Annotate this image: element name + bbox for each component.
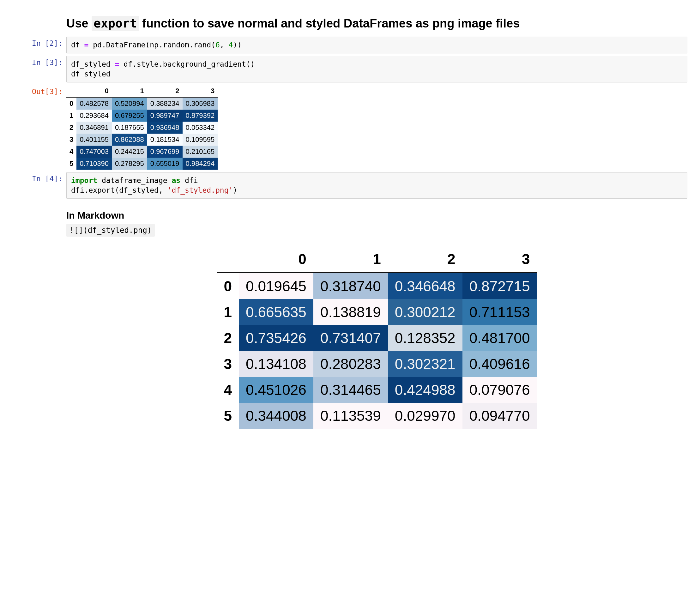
table-cell: 0.128352	[388, 325, 462, 351]
title-post: function to save normal and styled DataF…	[139, 17, 520, 30]
table-cell: 0.710390	[77, 158, 112, 169]
markdown-heading: In Markdown	[66, 210, 687, 221]
table-cell: 0.210165	[183, 146, 218, 158]
table-cell: 0.314465	[313, 377, 388, 403]
table-cell: 0.293684	[77, 110, 112, 121]
table-column-header: 1	[112, 85, 147, 97]
table-cell: 0.346648	[388, 273, 462, 299]
table-cell: 0.936948	[147, 121, 183, 134]
table-cell: 0.872715	[462, 273, 537, 299]
table-row-header: 4	[217, 377, 239, 403]
page-title: Use export function to save normal and s…	[66, 16, 687, 30]
table-row-header: 4	[66, 146, 77, 158]
table-cell: 0.424988	[388, 377, 462, 403]
output-cell-3: Out[3]: 012300.4825780.5208940.3882340.3…	[13, 85, 687, 169]
table-corner	[66, 85, 77, 97]
table-cell: 0.655019	[147, 158, 183, 169]
code-input-2[interactable]: df = pd.DataFrame(np.random.rand(6, 4))	[66, 37, 687, 53]
table-cell: 0.181534	[147, 134, 183, 146]
code-input-3[interactable]: df_styled = df.style.background_gradient…	[66, 56, 687, 83]
table-column-header: 1	[313, 246, 388, 273]
table-cell: 0.879392	[183, 110, 218, 121]
table-column-header: 2	[147, 85, 183, 97]
table-row: 20.3468910.1876550.9369480.053342	[66, 121, 218, 134]
table-cell: 0.482578	[77, 97, 112, 110]
table-corner	[217, 246, 239, 273]
table-cell: 0.113539	[313, 403, 388, 429]
markdown-code: ![](df_styled.png)	[66, 224, 155, 237]
table-row: 40.4510260.3144650.4249880.079076	[217, 377, 537, 403]
table-cell: 0.679255	[112, 110, 147, 121]
table-column-header: 3	[183, 85, 218, 97]
table-cell: 0.735426	[239, 325, 313, 351]
table-cell: 0.300212	[388, 299, 462, 325]
table-cell: 0.302321	[388, 351, 462, 377]
prompt-empty-2	[13, 201, 66, 204]
table-cell: 0.520894	[112, 97, 147, 110]
styled-dataframe-small: 012300.4825780.5208940.3882340.30598310.…	[66, 85, 218, 169]
table-cell: 0.029970	[388, 403, 462, 429]
code-cell-2: In [2]: df = pd.DataFrame(np.random.rand…	[13, 37, 687, 53]
table-cell: 0.451026	[239, 377, 313, 403]
table-cell: 0.862088	[112, 134, 147, 146]
table-row-header: 2	[66, 121, 77, 134]
table-cell: 0.079076	[462, 377, 537, 403]
table-row: 20.7354260.7314070.1283520.481700	[217, 325, 537, 351]
table-cell: 0.984294	[183, 158, 218, 169]
table-row-header: 3	[217, 351, 239, 377]
table-cell: 0.989747	[147, 110, 183, 121]
table-row: 00.4825780.5208940.3882340.305983	[66, 97, 218, 110]
code-cell-3: In [3]: df_styled = df.style.background_…	[13, 56, 687, 83]
prompt-in-3: In [3]:	[13, 56, 66, 67]
table-cell: 0.053342	[183, 121, 218, 134]
table-column-header: 0	[239, 246, 313, 273]
table-row: 40.7470030.2442150.9676990.210165	[66, 146, 218, 158]
table-cell: 0.109595	[183, 134, 218, 146]
table-cell: 0.278295	[112, 158, 147, 169]
table-row: 30.1341080.2802830.3023210.409616	[217, 351, 537, 377]
table-row-header: 5	[66, 158, 77, 169]
title-pre: Use	[66, 17, 92, 30]
table-cell: 0.388234	[147, 97, 183, 110]
table-cell: 0.094770	[462, 403, 537, 429]
table-row: 30.4011550.8620880.1815340.109595	[66, 134, 218, 146]
styled-dataframe-large: 012300.0196450.3187400.3466480.87271510.…	[217, 246, 537, 429]
table-cell: 0.747003	[77, 146, 112, 158]
code-input-4[interactable]: import dataframe_image as dfi dfi.export…	[66, 172, 687, 199]
prompt-out-3: Out[3]:	[13, 85, 66, 96]
table-column-header: 0	[77, 85, 112, 97]
table-row-header: 1	[217, 299, 239, 325]
title-code: export	[92, 16, 139, 31]
table-cell: 0.409616	[462, 351, 537, 377]
table-cell: 0.305983	[183, 97, 218, 110]
table-column-header: 3	[462, 246, 537, 273]
table-row-header: 1	[66, 110, 77, 121]
table-cell: 0.344008	[239, 403, 313, 429]
table-row-header: 2	[217, 325, 239, 351]
markdown-section-cell: In Markdown ![](df_styled.png) 012300.01…	[13, 201, 687, 429]
table-row: 50.7103900.2782950.6550190.984294	[66, 158, 218, 169]
table-cell: 0.280283	[313, 351, 388, 377]
table-cell: 0.665635	[239, 299, 313, 325]
table-row-header: 5	[217, 403, 239, 429]
prompt-empty	[13, 9, 66, 11]
markdown-title-cell: Use export function to save normal and s…	[13, 9, 687, 34]
table-cell: 0.318740	[313, 273, 388, 299]
table-cell: 0.967699	[147, 146, 183, 158]
table-row: 00.0196450.3187400.3466480.872715	[217, 273, 537, 299]
table-cell: 0.138819	[313, 299, 388, 325]
table-cell: 0.481700	[462, 325, 537, 351]
table-row-header: 0	[66, 97, 77, 110]
table-row: 50.3440080.1135390.0299700.094770	[217, 403, 537, 429]
table-cell: 0.346891	[77, 121, 112, 134]
prompt-in-2: In [2]:	[13, 37, 66, 47]
table-column-header: 2	[388, 246, 462, 273]
prompt-in-4: In [4]:	[13, 172, 66, 183]
table-cell: 0.711153	[462, 299, 537, 325]
table-cell: 0.019645	[239, 273, 313, 299]
table-row-header: 0	[217, 273, 239, 299]
table-cell: 0.731407	[313, 325, 388, 351]
table-cell: 0.401155	[77, 134, 112, 146]
table-row: 10.2936840.6792550.9897470.879392	[66, 110, 218, 121]
table-row: 10.6656350.1388190.3002120.711153	[217, 299, 537, 325]
